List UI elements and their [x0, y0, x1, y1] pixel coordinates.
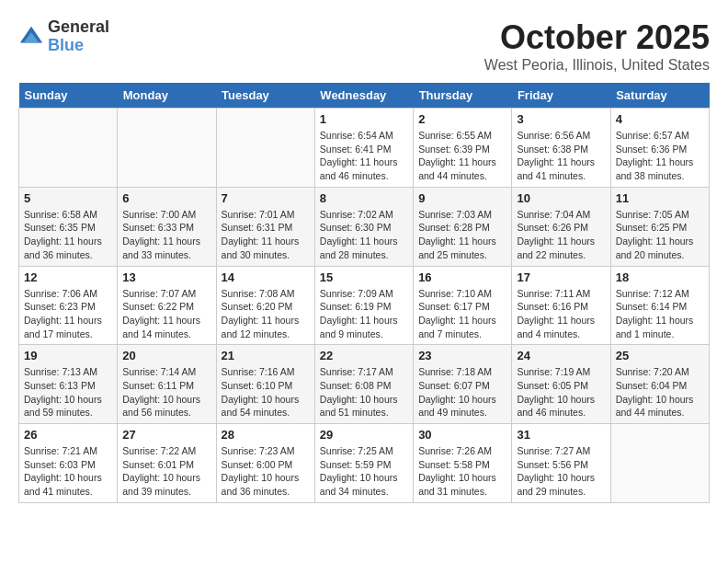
day-number: 24	[517, 349, 605, 362]
calendar-day-cell: 13Sunrise: 7:07 AMSunset: 6:22 PMDayligh…	[118, 266, 216, 345]
calendar-day-cell: 7Sunrise: 7:01 AMSunset: 6:31 PMDaylight…	[216, 187, 314, 266]
calendar-day-cell: 25Sunrise: 7:20 AMSunset: 6:04 PMDayligh…	[610, 345, 709, 424]
day-number: 4	[616, 112, 704, 126]
calendar-week-row: 26Sunrise: 7:21 AMSunset: 6:03 PMDayligh…	[19, 424, 710, 503]
calendar-week-row: 1Sunrise: 6:54 AMSunset: 6:41 PMDaylight…	[19, 109, 710, 188]
day-detail: Sunrise: 7:02 AMSunset: 6:30 PMDaylight:…	[320, 208, 408, 262]
calendar-subtitle: West Peoria, Illinois, United States	[484, 57, 710, 74]
day-number: 15	[320, 270, 408, 284]
day-number: 22	[320, 349, 408, 362]
calendar-day-cell	[216, 109, 314, 188]
day-detail: Sunrise: 7:11 AMSunset: 6:16 PMDaylight:…	[517, 287, 605, 341]
logo-icon	[18, 24, 44, 50]
day-number: 18	[616, 270, 704, 284]
day-number: 11	[616, 191, 704, 205]
calendar-day-cell: 24Sunrise: 7:19 AMSunset: 6:05 PMDayligh…	[512, 345, 610, 424]
day-detail: Sunrise: 7:04 AMSunset: 6:26 PMDaylight:…	[517, 208, 605, 262]
day-of-week-monday: Monday	[118, 83, 216, 109]
day-detail: Sunrise: 7:10 AMSunset: 6:17 PMDaylight:…	[418, 287, 506, 341]
day-detail: Sunrise: 7:08 AMSunset: 6:20 PMDaylight:…	[222, 287, 310, 341]
title-block: October 2025 West Peoria, Illinois, Unit…	[484, 18, 710, 74]
calendar-day-cell: 28Sunrise: 7:23 AMSunset: 6:00 PMDayligh…	[216, 424, 314, 503]
calendar-day-cell: 30Sunrise: 7:26 AMSunset: 5:58 PMDayligh…	[414, 424, 512, 503]
calendar-day-cell: 22Sunrise: 7:17 AMSunset: 6:08 PMDayligh…	[314, 345, 413, 424]
day-detail: Sunrise: 7:26 AMSunset: 5:58 PMDaylight:…	[418, 444, 506, 499]
day-detail: Sunrise: 7:13 AMSunset: 6:13 PMDaylight:…	[24, 365, 112, 419]
day-number: 30	[418, 428, 506, 442]
day-detail: Sunrise: 6:55 AMSunset: 6:39 PMDaylight:…	[418, 129, 506, 183]
day-detail: Sunrise: 7:03 AMSunset: 6:28 PMDaylight:…	[418, 208, 506, 262]
page-header: General Blue October 2025 West Peoria, I…	[18, 18, 710, 74]
day-number: 7	[222, 191, 310, 205]
day-number: 31	[517, 428, 605, 442]
day-detail: Sunrise: 7:14 AMSunset: 6:11 PMDaylight:…	[122, 365, 210, 419]
logo: General Blue	[18, 18, 109, 55]
day-of-week-wednesday: Wednesday	[314, 83, 413, 109]
day-of-week-sunday: Sunday	[19, 83, 118, 109]
day-number: 16	[418, 270, 506, 284]
calendar-day-cell	[118, 109, 216, 188]
calendar-day-cell: 27Sunrise: 7:22 AMSunset: 6:01 PMDayligh…	[118, 424, 216, 503]
calendar-day-cell: 2Sunrise: 6:55 AMSunset: 6:39 PMDaylight…	[414, 109, 512, 188]
day-detail: Sunrise: 7:19 AMSunset: 6:05 PMDaylight:…	[517, 365, 605, 419]
day-detail: Sunrise: 6:54 AMSunset: 6:41 PMDaylight:…	[320, 129, 408, 183]
day-number: 12	[24, 270, 112, 284]
day-number: 6	[122, 191, 210, 205]
calendar-day-cell: 11Sunrise: 7:05 AMSunset: 6:25 PMDayligh…	[610, 187, 709, 266]
calendar-day-cell: 17Sunrise: 7:11 AMSunset: 6:16 PMDayligh…	[512, 266, 610, 345]
day-detail: Sunrise: 7:05 AMSunset: 6:25 PMDaylight:…	[616, 208, 704, 262]
day-number: 23	[418, 349, 506, 362]
day-detail: Sunrise: 7:25 AMSunset: 5:59 PMDaylight:…	[320, 444, 408, 499]
calendar-day-cell: 20Sunrise: 7:14 AMSunset: 6:11 PMDayligh…	[118, 345, 216, 424]
calendar-day-cell: 15Sunrise: 7:09 AMSunset: 6:19 PMDayligh…	[314, 266, 413, 345]
day-detail: Sunrise: 7:12 AMSunset: 6:14 PMDaylight:…	[616, 287, 704, 341]
calendar-day-cell: 9Sunrise: 7:03 AMSunset: 6:28 PMDaylight…	[414, 187, 512, 266]
day-number: 13	[122, 270, 210, 284]
day-detail: Sunrise: 6:57 AMSunset: 6:36 PMDaylight:…	[616, 129, 704, 183]
calendar-title: October 2025	[484, 18, 710, 57]
calendar-day-cell: 8Sunrise: 7:02 AMSunset: 6:30 PMDaylight…	[314, 187, 413, 266]
day-number: 19	[24, 349, 112, 362]
calendar-day-cell: 10Sunrise: 7:04 AMSunset: 6:26 PMDayligh…	[512, 187, 610, 266]
day-number: 29	[320, 428, 408, 442]
day-number: 26	[24, 428, 112, 442]
calendar-week-row: 12Sunrise: 7:06 AMSunset: 6:23 PMDayligh…	[19, 266, 710, 345]
day-detail: Sunrise: 6:58 AMSunset: 6:35 PMDaylight:…	[24, 208, 112, 262]
day-detail: Sunrise: 7:18 AMSunset: 6:07 PMDaylight:…	[418, 365, 506, 419]
day-number: 17	[517, 270, 605, 284]
calendar-table: SundayMondayTuesdayWednesdayThursdayFrid…	[18, 83, 710, 503]
day-detail: Sunrise: 6:56 AMSunset: 6:38 PMDaylight:…	[517, 129, 605, 183]
day-number: 9	[418, 191, 506, 205]
calendar-day-cell: 5Sunrise: 6:58 AMSunset: 6:35 PMDaylight…	[19, 187, 118, 266]
calendar-week-row: 5Sunrise: 6:58 AMSunset: 6:35 PMDaylight…	[19, 187, 710, 266]
logo-line2: Blue	[48, 37, 109, 55]
day-detail: Sunrise: 7:27 AMSunset: 5:56 PMDaylight:…	[517, 444, 605, 499]
day-detail: Sunrise: 7:07 AMSunset: 6:22 PMDaylight:…	[122, 287, 210, 341]
day-of-week-saturday: Saturday	[610, 83, 709, 109]
day-number: 28	[222, 428, 310, 442]
day-of-week-thursday: Thursday	[414, 83, 512, 109]
day-detail: Sunrise: 7:23 AMSunset: 6:00 PMDaylight:…	[222, 444, 310, 499]
day-of-week-friday: Friday	[512, 83, 610, 109]
calendar-day-cell: 3Sunrise: 6:56 AMSunset: 6:38 PMDaylight…	[512, 109, 610, 188]
calendar-header-row: SundayMondayTuesdayWednesdayThursdayFrid…	[19, 83, 710, 109]
day-number: 2	[418, 112, 506, 126]
calendar-day-cell: 6Sunrise: 7:00 AMSunset: 6:33 PMDaylight…	[118, 187, 216, 266]
calendar-day-cell: 31Sunrise: 7:27 AMSunset: 5:56 PMDayligh…	[512, 424, 610, 503]
calendar-day-cell: 29Sunrise: 7:25 AMSunset: 5:59 PMDayligh…	[314, 424, 413, 503]
day-number: 14	[222, 270, 310, 284]
calendar-day-cell: 21Sunrise: 7:16 AMSunset: 6:10 PMDayligh…	[216, 345, 314, 424]
calendar-day-cell: 1Sunrise: 6:54 AMSunset: 6:41 PMDaylight…	[314, 109, 413, 188]
calendar-day-cell	[19, 109, 118, 188]
day-detail: Sunrise: 7:00 AMSunset: 6:33 PMDaylight:…	[122, 208, 210, 262]
day-number: 25	[616, 349, 704, 362]
day-detail: Sunrise: 7:21 AMSunset: 6:03 PMDaylight:…	[24, 444, 112, 499]
day-detail: Sunrise: 7:09 AMSunset: 6:19 PMDaylight:…	[320, 287, 408, 341]
logo-text: General Blue	[48, 18, 109, 55]
day-number: 27	[122, 428, 210, 442]
day-detail: Sunrise: 7:20 AMSunset: 6:04 PMDaylight:…	[616, 365, 704, 419]
day-detail: Sunrise: 7:22 AMSunset: 6:01 PMDaylight:…	[122, 444, 210, 499]
calendar-day-cell: 19Sunrise: 7:13 AMSunset: 6:13 PMDayligh…	[19, 345, 118, 424]
calendar-day-cell: 16Sunrise: 7:10 AMSunset: 6:17 PMDayligh…	[414, 266, 512, 345]
calendar-week-row: 19Sunrise: 7:13 AMSunset: 6:13 PMDayligh…	[19, 345, 710, 424]
